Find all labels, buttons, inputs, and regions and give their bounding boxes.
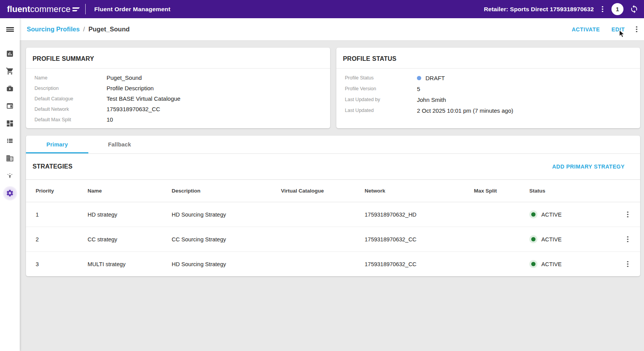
status-row-profile-version: Profile Version 5 [345, 83, 640, 94]
sidebar-item-building-icon[interactable] [0, 150, 20, 167]
row-kebab-menu-icon[interactable] [625, 260, 630, 269]
product-title: Fluent Order Management [94, 6, 170, 13]
active-status-dot-icon [529, 260, 537, 268]
field-value: 5 [417, 86, 420, 92]
breadcrumb-parent-link[interactable]: Sourcing Profiles [27, 26, 80, 33]
field-value: 2 Oct 2025 10:01 pm (7 minutes ago) [417, 107, 513, 114]
table-row[interactable]: 3 MULTI strategy HD Sourcing Strategy 17… [26, 252, 640, 276]
sidebar-item-list-icon[interactable] [0, 132, 20, 150]
field-label: Default Network [34, 107, 107, 112]
status-badge: DRAFT [425, 75, 445, 81]
cell-name: HD strategy [88, 212, 172, 218]
main-content: PROFILE SUMMARY Name Puget_Sound Descrip… [20, 41, 644, 351]
logo-text-light: commerce [30, 5, 71, 14]
field-label: Last Updated by [345, 97, 417, 102]
field-label: Profile Version [345, 86, 417, 91]
field-value: Profile Description [107, 85, 154, 91]
tab-primary[interactable]: Primary [26, 136, 88, 153]
row-kebab-menu-icon[interactable] [625, 210, 630, 219]
field-label: Profile Status [345, 75, 417, 81]
summary-row-default-network: Default Network 1759318970632_CC [34, 104, 330, 114]
profile-status-title: PROFILE STATUS [336, 48, 640, 69]
breadcrumb: Sourcing Profiles / Puget_Sound [27, 26, 130, 33]
field-value: Test BASE Virtual Catalogue [107, 95, 181, 102]
appbar-divider [85, 4, 86, 14]
field-value: 1759318970632_CC [107, 106, 160, 112]
col-description: Description [172, 188, 281, 194]
sidebar-item-panel-icon[interactable] [0, 97, 20, 115]
sidebar-item-settings-icon[interactable] [0, 184, 20, 202]
breadcrumb-separator: / [83, 26, 85, 33]
cell-priority: 3 [36, 261, 88, 267]
sidebar-item-insights-icon[interactable] [0, 167, 20, 184]
sidebar-nav [0, 18, 20, 351]
draft-status-dot-icon [417, 76, 421, 80]
cell-network: 1759318970632_HD [365, 212, 474, 218]
field-value: Puget_Sound [107, 74, 142, 81]
field-label: Default Max Split [34, 117, 107, 122]
strategies-table-header: Priority Name Description Virtual Catalo… [26, 180, 640, 202]
tab-bar: Primary Fallback [26, 136, 640, 154]
col-max-split: Max Split [474, 188, 529, 194]
summary-row-default-max-split: Default Max Split 10 [34, 114, 330, 125]
fluent-commerce-logo: fluentcommerce [7, 4, 80, 14]
field-label: Name [34, 75, 107, 81]
strategies-card: Primary Fallback STRATEGIES ADD PRIMARY … [26, 136, 640, 276]
sidebar-item-dashboard-icon[interactable] [0, 115, 20, 132]
col-network: Network [365, 188, 474, 194]
profile-status-card: PROFILE STATUS Profile Status DRAFT Prof… [336, 48, 640, 128]
sync-icon[interactable] [630, 5, 639, 14]
cell-network: 1759318970632_CC [365, 261, 474, 267]
field-label: Description [34, 86, 107, 91]
table-row[interactable]: 2 CC strategy CC Sourcing Strategy 17593… [26, 227, 640, 252]
cell-description: HD Sourcing Strategy [172, 261, 281, 267]
col-virtual-catalogue: Virtual Catalogue [281, 188, 365, 194]
status-badge: ACTIVE [541, 261, 561, 267]
cell-description: CC Sourcing Strategy [172, 236, 281, 243]
col-name: Name [88, 188, 172, 194]
activate-button[interactable]: ACTIVATE [572, 26, 600, 33]
strategies-title: STRATEGIES [33, 163, 72, 170]
status-row-last-updated: Last Updated 2 Oct 2025 10:01 pm (7 minu… [345, 105, 640, 116]
hamburger-menu-icon[interactable] [0, 18, 20, 41]
sidebar-item-bar-chart-icon[interactable] [0, 45, 20, 62]
cell-network: 1759318970632_CC [365, 236, 474, 243]
status-badge: ACTIVE [541, 236, 561, 243]
summary-row-description: Description Profile Description [34, 83, 330, 93]
edit-button[interactable]: EDIT [611, 26, 625, 33]
status-row-last-updated-by: Last Updated by John Smith [345, 94, 640, 105]
breadcrumb-current: Puget_Sound [88, 26, 129, 33]
header-kebab-menu-icon[interactable] [634, 25, 639, 34]
status-row-profile-status: Profile Status DRAFT [345, 72, 640, 83]
field-value: John Smith [417, 96, 446, 103]
row-kebab-menu-icon[interactable] [625, 235, 630, 244]
active-status-dot-icon [529, 235, 537, 243]
notification-badge[interactable]: 1 [611, 3, 623, 15]
field-label: Default Catalogue [34, 96, 107, 102]
sidebar-item-case-play-icon[interactable] [0, 80, 20, 97]
profile-summary-title: PROFILE SUMMARY [26, 48, 330, 69]
col-status: Status [529, 188, 618, 194]
page-header: Sourcing Profiles / Puget_Sound ACTIVATE… [20, 18, 644, 41]
app-bar: fluentcommerce Fluent Order Management R… [0, 0, 644, 18]
table-row[interactable]: 1 HD strategy HD Sourcing Strategy 17593… [26, 202, 640, 227]
sidebar-item-cart-icon[interactable] [0, 62, 20, 80]
retailer-context-label: Retailer: Sports Direct 1759318970632 [484, 6, 594, 13]
summary-row-default-catalogue: Default Catalogue Test BASE Virtual Cata… [34, 93, 330, 104]
add-primary-strategy-button[interactable]: ADD PRIMARY STRATEGY [552, 163, 625, 170]
appbar-kebab-menu-icon[interactable] [600, 5, 605, 14]
cell-priority: 2 [36, 236, 88, 243]
col-priority: Priority [36, 188, 88, 194]
logo-text-bold: fluent [7, 5, 30, 14]
field-value: 10 [107, 116, 113, 123]
active-tab-indicator [26, 152, 88, 153]
cell-description: HD Sourcing Strategy [172, 212, 281, 218]
tab-fallback[interactable]: Fallback [88, 136, 151, 153]
profile-summary-card: PROFILE SUMMARY Name Puget_Sound Descrip… [26, 48, 330, 128]
cell-priority: 1 [36, 212, 88, 218]
status-badge: ACTIVE [541, 212, 561, 218]
active-status-dot-icon [529, 210, 537, 219]
fluent-logo-glyph-icon [72, 5, 80, 14]
field-label: Last Updated [345, 108, 417, 113]
cell-name: CC strategy [88, 236, 172, 243]
